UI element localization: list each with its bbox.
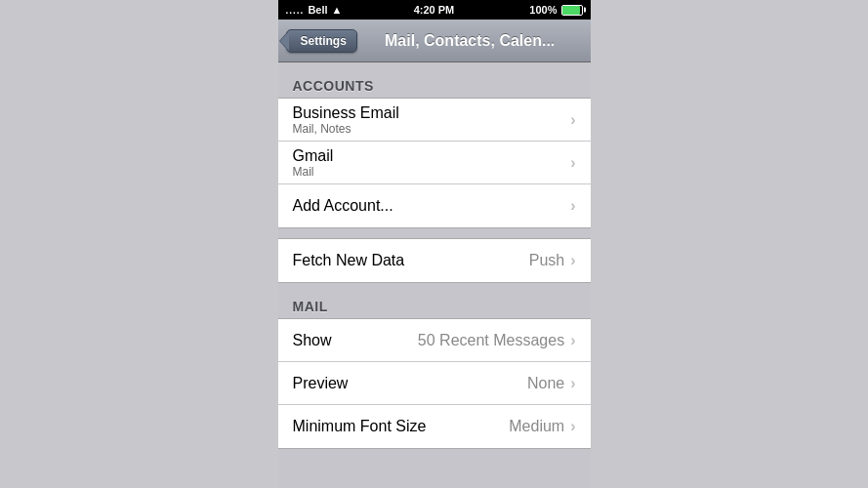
accounts-section-header: Accounts bbox=[278, 72, 591, 98]
battery-icon bbox=[561, 5, 583, 16]
preview-label: Preview bbox=[293, 375, 527, 392]
battery-percent: 100% bbox=[529, 4, 557, 16]
font-size-row[interactable]: Minimum Font Size Medium › bbox=[278, 405, 591, 448]
preview-row[interactable]: Preview None › bbox=[278, 362, 591, 405]
preview-right: None › bbox=[527, 375, 576, 392]
gmail-left: Gmail Mail bbox=[293, 147, 571, 179]
nav-title: Mail, Contacts, Calen... bbox=[365, 32, 575, 50]
fetch-data-row[interactable]: Fetch New Data Push › bbox=[278, 239, 591, 282]
back-button[interactable]: Settings bbox=[286, 29, 357, 53]
content: Accounts Business Email Mail, Notes › Gm… bbox=[278, 62, 591, 468]
show-row[interactable]: Show 50 Recent Messages › bbox=[278, 319, 591, 362]
add-account-chevron: › bbox=[570, 197, 575, 215]
show-left: Show bbox=[293, 332, 418, 349]
preview-left: Preview bbox=[293, 375, 527, 392]
show-right: 50 Recent Messages › bbox=[418, 332, 576, 349]
fetch-data-right: Push › bbox=[529, 252, 576, 269]
status-bar: ..... Bell ▲ 4:20 PM 100% bbox=[278, 0, 591, 20]
signal-text: ..... bbox=[286, 5, 305, 16]
add-account-title: Add Account... bbox=[293, 197, 571, 215]
fetch-data-value: Push bbox=[529, 252, 564, 269]
show-value: 50 Recent Messages bbox=[418, 332, 564, 349]
phone-container: ..... Bell ▲ 4:20 PM 100% Settings Mail,… bbox=[278, 0, 591, 488]
font-size-value: Medium bbox=[509, 418, 564, 435]
business-email-right: › bbox=[570, 111, 575, 129]
status-right: 100% bbox=[529, 4, 582, 16]
business-email-row[interactable]: Business Email Mail, Notes › bbox=[278, 99, 591, 142]
nav-bar: Settings Mail, Contacts, Calen... bbox=[278, 20, 591, 62]
font-size-chevron: › bbox=[570, 418, 575, 435]
gmail-right: › bbox=[570, 154, 575, 172]
mail-section-header: Mail bbox=[278, 293, 591, 318]
font-size-label: Minimum Font Size bbox=[293, 418, 510, 435]
add-account-row[interactable]: Add Account... › bbox=[278, 184, 591, 227]
business-email-chevron: › bbox=[570, 111, 575, 129]
show-label: Show bbox=[293, 332, 418, 349]
font-size-right: Medium › bbox=[509, 418, 575, 435]
business-email-subtitle: Mail, Notes bbox=[293, 122, 571, 136]
preview-value: None bbox=[527, 375, 564, 392]
carrier-label: Bell bbox=[308, 4, 327, 16]
gmail-subtitle: Mail bbox=[293, 165, 571, 179]
fetch-data-chevron: › bbox=[570, 252, 575, 269]
business-email-title: Business Email bbox=[293, 104, 571, 122]
business-email-left: Business Email Mail, Notes bbox=[293, 104, 571, 136]
fetch-data-left: Fetch New Data bbox=[293, 252, 529, 269]
fetch-data-label: Fetch New Data bbox=[293, 252, 529, 269]
show-chevron: › bbox=[570, 332, 575, 349]
add-account-right: › bbox=[570, 197, 575, 215]
gmail-chevron: › bbox=[570, 154, 575, 172]
status-left: ..... Bell ▲ bbox=[286, 4, 343, 16]
accounts-table: Business Email Mail, Notes › Gmail Mail … bbox=[278, 98, 591, 228]
gmail-title: Gmail bbox=[293, 147, 571, 165]
battery-fill bbox=[562, 6, 580, 15]
add-account-left: Add Account... bbox=[293, 197, 571, 215]
font-size-left: Minimum Font Size bbox=[293, 418, 510, 435]
mail-table: Show 50 Recent Messages › Preview None › bbox=[278, 318, 591, 449]
fetch-data-table: Fetch New Data Push › bbox=[278, 238, 591, 283]
preview-chevron: › bbox=[570, 375, 575, 392]
wifi-icon: ▲ bbox=[332, 4, 343, 16]
time-display: 4:20 PM bbox=[414, 4, 455, 16]
gmail-row[interactable]: Gmail Mail › bbox=[278, 142, 591, 184]
